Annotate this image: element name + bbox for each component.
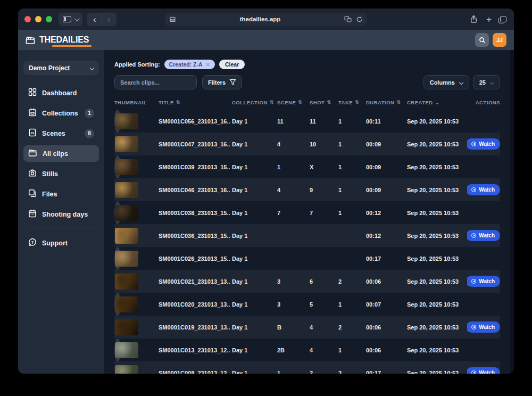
column-header-actions: ACTIONS: [467, 100, 500, 105]
translate-icon[interactable]: [344, 16, 352, 22]
clip-duration: 00:17: [366, 370, 407, 374]
table-row[interactable]: SM0001C039_231013_15.. Day 1 1 X 1 00:09…: [114, 155, 121, 178]
clip-title: SM0001C020_231013_13..: [159, 301, 232, 308]
sidebar-item-shooting-days[interactable]: Shooting days: [23, 206, 99, 222]
watch-label: Watch: [479, 141, 495, 147]
support-icon: ?: [28, 238, 37, 248]
user-avatar[interactable]: JJ: [493, 33, 506, 47]
column-header-label: DURATION: [366, 100, 394, 105]
table-row[interactable]: SM0001C026_231013_15.. Day 1 00:17 Sep 2…: [114, 247, 121, 270]
forward-button[interactable]: ›: [105, 15, 113, 24]
column-header-scene[interactable]: SCENE⇅: [277, 100, 310, 105]
watch-button[interactable]: Watch: [467, 276, 500, 287]
sidebar-item-label: Support: [42, 240, 68, 247]
column-header-collection[interactable]: COLLECTION⇅: [232, 100, 277, 105]
clip-thumbnail[interactable]: [115, 159, 138, 175]
table-row[interactable]: SM0001C038_231013_15.. Day 1 7 7 1 00:12…: [114, 201, 121, 224]
clip-thumbnail[interactable]: [115, 228, 138, 244]
page-size-select[interactable]: 25: [473, 75, 500, 89]
sidebar-item-support[interactable]: ?Support: [23, 235, 99, 251]
sort-chip[interactable]: Created: Z-A ✕: [164, 60, 215, 69]
watch-button[interactable]: Watch: [467, 367, 500, 374]
clip-scene: 11: [277, 118, 310, 125]
sidebar-item-scenes[interactable]: 01Scenes8: [23, 125, 99, 142]
clip-take: 1: [338, 141, 366, 147]
clip-thumbnail[interactable]: [115, 365, 138, 374]
applied-sorting-row: Applied Sorting: Created: Z-A ✕ Clear: [114, 60, 500, 69]
column-header-title[interactable]: TITLE⇅: [159, 100, 232, 105]
table-row[interactable]: SM0001C047_231013_16.. Day 1 4 10 1 00:0…: [114, 133, 500, 155]
files-icon: [28, 189, 37, 199]
table-row[interactable]: SM0001C056_231013_16.. Day 1 11 11 1 00:…: [114, 110, 121, 133]
clips-icon: [28, 148, 37, 159]
project-selector[interactable]: Demo Project: [23, 61, 99, 75]
clip-thumbnail[interactable]: [115, 342, 138, 358]
table-row[interactable]: SM0001C019_231013_13.. Day 1 B 4 2 00:06…: [114, 316, 500, 339]
columns-label: Columns: [430, 79, 455, 86]
column-header-shot[interactable]: SHOT⇅: [310, 100, 338, 105]
global-search-button[interactable]: [475, 33, 489, 47]
table-row[interactable]: SM0001C021_231013_13.. Day 1 3 6 2 00:06…: [114, 270, 500, 293]
main-content: Applied Sorting: Created: Z-A ✕ Clear Fi…: [104, 50, 514, 374]
back-button[interactable]: ‹: [91, 15, 98, 24]
clip-collection: Day 1: [232, 278, 277, 285]
table-row[interactable]: SM0001C008_231013_12.. Day 1 1 2 3 00:17…: [114, 361, 500, 374]
column-header-label: TAKE: [338, 100, 353, 105]
clip-created: Sep 20, 2025 10:53: [407, 278, 467, 285]
column-header-created[interactable]: CREATED⌄: [407, 100, 467, 105]
clip-duration: 00:06: [366, 324, 407, 331]
sidebar-item-all-clips[interactable]: All clips: [23, 145, 99, 162]
table-row[interactable]: SM0001C046_231013_16.. Day 1 4 9 1 00:09…: [114, 178, 500, 201]
address-bar[interactable]: thedailies.app: [165, 13, 367, 26]
watch-button[interactable]: Watch: [467, 321, 500, 333]
clear-sorting-button[interactable]: Clear: [219, 60, 245, 69]
clip-thumbnail[interactable]: [115, 274, 138, 290]
clip-thumbnail[interactable]: [115, 136, 138, 152]
sidebar-divider: [24, 228, 98, 228]
minimize-window-button[interactable]: [35, 16, 41, 22]
share-icon[interactable]: [470, 15, 478, 23]
clip-thumbnail[interactable]: [115, 205, 138, 221]
new-tab-icon[interactable]: +: [486, 15, 492, 24]
clip-duration: 00:12: [366, 233, 407, 239]
clip-scene: 1: [277, 164, 310, 170]
clip-thumbnail[interactable]: [115, 113, 138, 129]
scrollbar-track[interactable]: [510, 50, 514, 374]
sidebar-toggle-button[interactable]: [59, 13, 82, 26]
watch-button[interactable]: Watch: [467, 184, 500, 195]
table-row[interactable]: SM0001C013_231013_12.. Day 1 2B 4 1 00:0…: [114, 339, 121, 361]
tab-overview-icon[interactable]: [500, 16, 506, 22]
column-header-thumbnail: THUMBNAIL: [114, 100, 159, 105]
clip-thumbnail[interactable]: [115, 319, 138, 335]
app-logo[interactable]: THEDAILIES: [26, 35, 89, 45]
clip-thumbnail[interactable]: [115, 182, 138, 198]
close-window-button[interactable]: [24, 16, 31, 22]
sidebar-item-dashboard[interactable]: Dashboard: [23, 85, 99, 101]
clip-thumbnail[interactable]: [115, 296, 138, 312]
search-clips-input[interactable]: [114, 75, 197, 89]
watch-button[interactable]: Watch: [467, 138, 500, 150]
table-row[interactable]: SM0001C020_231013_13.. Day 1 3 5 1 00:07…: [114, 293, 121, 316]
nav-divider: [102, 15, 102, 23]
reload-icon[interactable]: [356, 16, 363, 23]
column-header-take[interactable]: TAKE⇅: [338, 100, 366, 105]
columns-button[interactable]: Columns: [423, 75, 469, 89]
watch-button[interactable]: Watch: [467, 230, 500, 241]
play-circle-icon: [471, 187, 476, 192]
clip-thumbnail[interactable]: [115, 251, 138, 267]
clapperboard-logo-icon: [26, 36, 36, 45]
sidebar-item-stills[interactable]: Stills: [23, 166, 99, 182]
clip-created: Sep 20, 2025 10:53: [407, 255, 467, 262]
zoom-window-button[interactable]: [46, 16, 52, 22]
remove-sort-icon[interactable]: ✕: [206, 62, 210, 68]
column-header-duration[interactable]: DURATION⇅: [366, 100, 407, 105]
project-name: Demo Project: [29, 64, 70, 72]
clip-title: SM0001C026_231013_15..: [159, 255, 232, 262]
sidebar-item-files[interactable]: Files: [23, 186, 99, 202]
filters-button[interactable]: Filters: [202, 75, 242, 89]
table-row[interactable]: SM0001C036_231013_15.. Day 1 00:12 Sep 2…: [114, 224, 500, 247]
clip-created: Sep 20, 2025 10:53: [407, 164, 467, 170]
table-header-row: THUMBNAILTITLE⇅COLLECTION⇅SCENE⇅SHOT⇅TAK…: [114, 97, 500, 108]
privacy-icon[interactable]: [169, 16, 176, 23]
sidebar-item-collections[interactable]: Collections1: [23, 105, 99, 121]
